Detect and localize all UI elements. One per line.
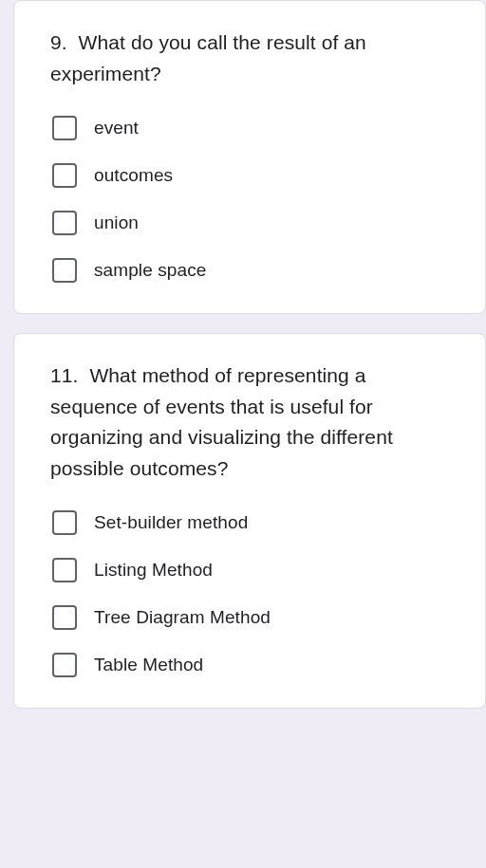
option-event[interactable]: event (52, 116, 458, 140)
question-number: 9. (50, 31, 67, 53)
checkbox-icon (52, 163, 77, 188)
option-label: event (94, 118, 139, 139)
option-set-builder-method[interactable]: Set-builder method (52, 510, 458, 535)
checkbox-icon (52, 510, 77, 535)
option-label: outcomes (94, 165, 173, 186)
option-label: Set-builder method (94, 512, 248, 533)
checkbox-icon (52, 258, 77, 283)
question-number: 11. (50, 364, 79, 386)
checkbox-icon (52, 653, 77, 677)
option-outcomes[interactable]: outcomes (52, 163, 458, 188)
checkbox-icon (52, 211, 77, 235)
option-sample-space[interactable]: sample space (52, 258, 458, 283)
option-label: sample space (94, 260, 206, 281)
question-text: 11. What method of representing a sequen… (50, 360, 458, 484)
option-label: Table Method (94, 655, 203, 675)
question-card-9: 9. What do you call the result of an exp… (13, 0, 486, 314)
option-table-method[interactable]: Table Method (52, 653, 458, 677)
option-tree-diagram-method[interactable]: Tree Diagram Method (52, 605, 458, 630)
question-card-11: 11. What method of representing a sequen… (13, 333, 486, 709)
question-body: What do you call the result of an experi… (50, 31, 366, 84)
option-listing-method[interactable]: Listing Method (52, 558, 458, 582)
checkbox-icon (52, 558, 77, 582)
option-label: Tree Diagram Method (94, 607, 271, 628)
question-body: What method of representing a sequence o… (50, 364, 393, 479)
checkbox-icon (52, 605, 77, 630)
checkbox-icon (52, 116, 77, 140)
options-list: event outcomes union sample space (50, 116, 458, 283)
question-text: 9. What do you call the result of an exp… (50, 28, 458, 89)
options-list: Set-builder method Listing Method Tree D… (50, 510, 458, 677)
option-union[interactable]: union (52, 211, 458, 235)
option-label: union (94, 212, 139, 233)
option-label: Listing Method (94, 560, 213, 581)
